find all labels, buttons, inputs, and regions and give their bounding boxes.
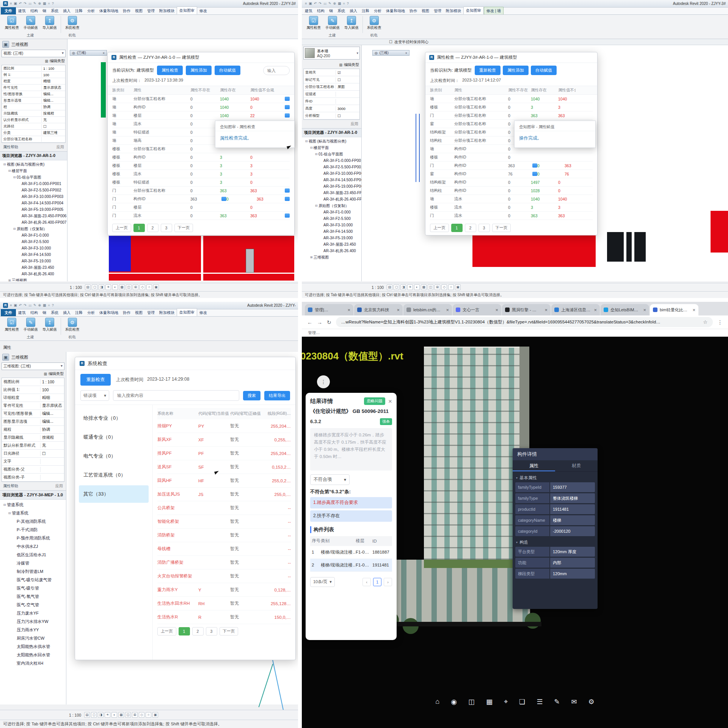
view-control-icon[interactable]: ◐ bbox=[111, 712, 117, 718]
tree-item[interactable]: AR-3#-F4-14.500 bbox=[0, 251, 67, 258]
view-control-icon[interactable]: ⊞ bbox=[435, 284, 440, 290]
discipline-item[interactable]: 其它（33） bbox=[79, 485, 149, 503]
property-row[interactable]: 示隐藏线按规程 bbox=[2, 110, 65, 117]
view-control-icon[interactable]: ○ bbox=[448, 284, 454, 290]
view-control-icon[interactable]: ▣ bbox=[455, 284, 461, 290]
check-table-row[interactable]: 门分部分项工程名称0 363363 bbox=[112, 187, 290, 195]
view-control-icon[interactable]: ▤ bbox=[84, 712, 90, 718]
dialog-action-button[interactable]: 自动赋值 bbox=[531, 66, 557, 75]
property-row[interactable]: 显示隐藏线按规程 bbox=[2, 434, 64, 442]
tree-expander-icon[interactable]: ⊟ bbox=[12, 176, 17, 179]
property-row[interactable]: 量相关☑ bbox=[304, 69, 359, 76]
check-table-row[interactable]: 窗构件ID76 076 bbox=[430, 170, 593, 178]
qat-icon[interactable]: ▦ bbox=[43, 303, 46, 308]
property-row[interactable]: 视图分类-父 bbox=[2, 466, 64, 474]
system-table-row[interactable]: 重力雨水YY暂无0,128,… bbox=[157, 583, 291, 597]
property-row[interactable]: 视图分类-子 bbox=[2, 474, 64, 482]
ribbon-tool-button[interactable]: ☑属性检查 bbox=[2, 16, 21, 33]
tree-expander-icon[interactable]: ⊟ bbox=[309, 146, 314, 149]
view-window-titlebar[interactable]: ◎(三维)× bbox=[70, 50, 107, 56]
tree-item[interactable]: AR-3#-屋面-23.450 bbox=[0, 264, 67, 271]
tree-expander-icon[interactable]: ⊞ bbox=[7, 279, 12, 281]
ribbon-tab[interactable]: 垒知图审 bbox=[463, 6, 484, 14]
system-table-row[interactable]: 公共桥架暂无-- bbox=[157, 501, 291, 515]
tree-item[interactable]: ⊞三维视图 bbox=[0, 277, 67, 281]
tree-item[interactable]: AR-3#-F2-5.500-FP002 bbox=[302, 164, 361, 170]
tree-expander-icon[interactable]: ⊞ bbox=[309, 256, 314, 259]
ribbon-tab[interactable]: 修改 bbox=[197, 309, 209, 316]
qat-icon[interactable]: ▦ bbox=[43, 2, 46, 6]
qat-icon[interactable]: ▣ bbox=[309, 2, 312, 6]
tree-item[interactable]: ⊟楼层平面 bbox=[302, 144, 361, 151]
browser-tab[interactable]: 北京筑力科技 × bbox=[354, 304, 403, 315]
qat-icon[interactable]: ↷ bbox=[24, 2, 27, 6]
tree-item[interactable]: 中水供水ZJ bbox=[0, 542, 66, 551]
view-control-icon[interactable]: ▣ bbox=[153, 284, 159, 290]
ribbon-tab[interactable]: 注释 bbox=[359, 7, 372, 14]
discipline-item[interactable]: 给排水专业（0） bbox=[79, 410, 149, 427]
tree-item[interactable]: AR-3#-F3-10.000-FP003 bbox=[302, 170, 361, 177]
quick-access-toolbar[interactable]: ≡▣↶↷⚏✎⊕▦⌗? bbox=[10, 303, 54, 308]
property-row[interactable]: 认分析显示样式无 bbox=[2, 117, 65, 123]
tree-item[interactable]: ⊞三维视图 bbox=[302, 254, 361, 260]
system-table-row[interactable]: 排风PFPF暂无255,204… bbox=[157, 447, 291, 460]
view-control-icon[interactable]: ▦ bbox=[421, 284, 427, 290]
page-button[interactable]: 1 bbox=[373, 578, 381, 586]
qat-icon[interactable]: ▣ bbox=[14, 303, 17, 308]
tree-item[interactable]: AR-3#-F4-14.500-FP004 bbox=[0, 200, 67, 206]
check-table-row[interactable]: 楼板楼层0 33 bbox=[112, 162, 290, 170]
ribbon-tab[interactable]: 建筑 bbox=[16, 309, 28, 316]
view-control-icon[interactable]: ▤ bbox=[387, 284, 392, 290]
check-table-row[interactable]: 门流水0 363363 bbox=[430, 212, 593, 220]
discipline-item[interactable]: 电气专业（0） bbox=[79, 447, 149, 465]
component-row[interactable]: 1楼梯/现场浇注楼…F1-0…1881887 bbox=[310, 546, 392, 559]
hide-component-icon[interactable]: ◫ bbox=[468, 698, 475, 706]
close-tab-icon[interactable]: × bbox=[643, 307, 646, 313]
check-table-row[interactable]: 楼板流水0 33 bbox=[430, 203, 593, 212]
tree-item[interactable]: AR-3#-F1-0.000-FP001 bbox=[302, 157, 361, 164]
check-table-row[interactable]: 门流水0 363363 bbox=[112, 212, 290, 220]
close-tab-icon[interactable]: × bbox=[397, 307, 400, 313]
system-table-row[interactable]: 智能化桥架暂无-- bbox=[157, 515, 291, 529]
ribbon-tab[interactable]: 文件 bbox=[1, 7, 16, 14]
result-filter-dropdown[interactable]: 不符合项▾ bbox=[310, 474, 350, 485]
view-control-icon[interactable]: ▦ bbox=[118, 712, 124, 718]
list-icon[interactable]: ☰ bbox=[537, 698, 543, 706]
dialog-action-button[interactable]: 自动赋值 bbox=[215, 66, 240, 75]
tree-item[interactable]: AR-3#-F1-0.000-FP001 bbox=[0, 180, 67, 187]
ribbon-tab[interactable]: 修改 bbox=[197, 7, 209, 14]
close-tab-icon[interactable]: × bbox=[495, 307, 498, 313]
qat-icon[interactable]: ⚏ bbox=[28, 2, 31, 6]
filter-icon[interactable] bbox=[285, 105, 290, 109]
page-size-dropdown[interactable]: 10条/页▾ bbox=[310, 577, 335, 587]
qat-icon[interactable]: ⚏ bbox=[323, 2, 326, 6]
forward-icon[interactable]: → bbox=[317, 319, 322, 325]
view-control-icon[interactable]: ◨ bbox=[99, 284, 104, 290]
next-page-button[interactable]: 下一页 bbox=[174, 224, 193, 232]
tree-item[interactable]: 冷媒管 bbox=[0, 559, 66, 567]
tree-item[interactable]: ⊟楼层平面 bbox=[0, 168, 67, 174]
prev-page-button[interactable]: 上一页 bbox=[430, 224, 449, 232]
property-row[interactable]: 文字 bbox=[2, 458, 64, 466]
tree-item[interactable]: AR-3#-F5-19.000-FP005 bbox=[302, 183, 361, 190]
quick-access-toolbar[interactable]: ≡▣↶↷⚏✎⊕▦⌗? bbox=[10, 2, 54, 6]
property-row[interactable]: 图比例1 : 100 bbox=[2, 65, 65, 72]
violation-item[interactable]: 1.踏步高度不符合要求 bbox=[310, 497, 392, 508]
property-row[interactable]: 规程协调 bbox=[2, 426, 64, 434]
qat-icon[interactable]: ⌗ bbox=[48, 2, 50, 6]
tree-item[interactable]: AR-3#-机房-26.400 bbox=[0, 271, 67, 277]
check-table-row[interactable]: 墙楼层0 104022 bbox=[112, 111, 290, 120]
property-row[interactable]: 高度3000 bbox=[304, 105, 359, 112]
ribbon-tool-button[interactable]: ✎手动赋值 bbox=[21, 318, 40, 335]
ribbon-tool-button[interactable]: ☑属性检查 bbox=[304, 16, 323, 33]
dialog-action-button[interactable]: 属性添加 bbox=[186, 66, 212, 75]
tab-properties[interactable]: 属性 bbox=[513, 460, 555, 471]
check-table-row[interactable]: 楼板流水0 33 bbox=[112, 170, 290, 178]
type-selector[interactable]: 视图: (三维)▾ bbox=[2, 50, 66, 57]
property-row[interactable]: 程协调 bbox=[2, 104, 65, 110]
settings-icon[interactable]: ⚙ bbox=[588, 698, 595, 706]
tree-item[interactable]: 太阳能热水回水管 bbox=[0, 651, 66, 659]
tree-item[interactable]: AR-3#-F4-14.500 bbox=[302, 228, 361, 235]
next-page-button[interactable]: 下一页 bbox=[492, 224, 511, 232]
ribbon-tab[interactable]: 插入 bbox=[61, 7, 73, 14]
